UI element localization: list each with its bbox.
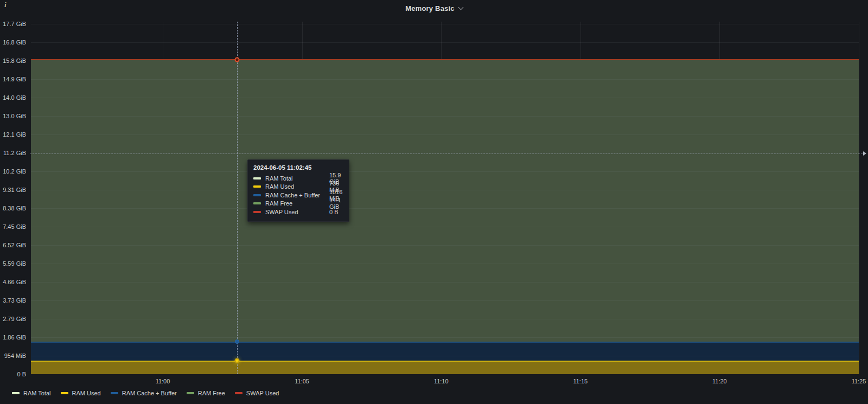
memory-basic-panel: i Memory Basic 17.7 GiB16.8 GiB15.8 GiB1…	[0, 0, 868, 404]
series-color-swatch	[253, 202, 261, 204]
legend-item[interactable]: SWAP Used	[235, 390, 279, 396]
legend-item-label: RAM Total	[23, 390, 51, 396]
tooltip-series-label: RAM Free	[265, 200, 329, 207]
series-color-swatch	[61, 392, 68, 394]
legend-item-label: SWAP Used	[246, 390, 279, 396]
legend: RAM TotalRAM UsedRAM Cache + BufferRAM F…	[12, 388, 279, 399]
series-color-swatch	[235, 392, 242, 394]
series-color-swatch	[253, 194, 261, 196]
legend-item[interactable]: RAM Free	[187, 390, 225, 396]
series-color-swatch	[253, 211, 261, 213]
series-color-swatch	[187, 392, 194, 394]
series-color-swatch	[12, 392, 20, 394]
x-axis-tick-label: 11:15	[569, 378, 592, 384]
tooltip-row: SWAP Used0 B	[253, 208, 343, 216]
tooltip-row: RAM Free14.1 GiB	[253, 200, 343, 208]
tooltip-series-value: 0 B	[329, 209, 339, 215]
x-axis-tick-label: 11:05	[290, 378, 314, 384]
tooltip-series-value: 14.1 GiB	[329, 197, 343, 210]
legend-item-label: RAM Used	[72, 390, 101, 396]
x-axis: 11:0011:0511:1011:1511:2011:25	[0, 0, 868, 404]
legend-item-label: RAM Cache + Buffer	[122, 390, 177, 396]
tooltip-series-label: RAM Cache + Buffer	[265, 192, 329, 198]
tooltip-timestamp: 2024-06-05 11:02:45	[253, 164, 343, 171]
x-axis-tick-label: 11:20	[707, 378, 731, 384]
legend-item[interactable]: RAM Used	[61, 390, 101, 396]
tooltip-series-label: RAM Total	[265, 175, 329, 182]
x-axis-tick-label: 11:10	[429, 378, 453, 384]
x-axis-tick-label: 11:00	[151, 378, 175, 384]
x-axis-tick-label: 11:25	[847, 378, 868, 384]
series-color-swatch	[253, 177, 261, 179]
series-color-swatch	[111, 392, 118, 394]
legend-item[interactable]: RAM Total	[12, 390, 51, 396]
tooltip: 2024-06-05 11:02:45 RAM Total15.9 GiBRAM…	[247, 159, 349, 222]
tooltip-series-label: RAM Used	[265, 183, 329, 190]
legend-item-label: RAM Free	[198, 390, 225, 396]
legend-item[interactable]: RAM Cache + Buffer	[111, 390, 177, 396]
series-color-swatch	[253, 185, 261, 188]
tooltip-series-label: SWAP Used	[265, 209, 329, 215]
